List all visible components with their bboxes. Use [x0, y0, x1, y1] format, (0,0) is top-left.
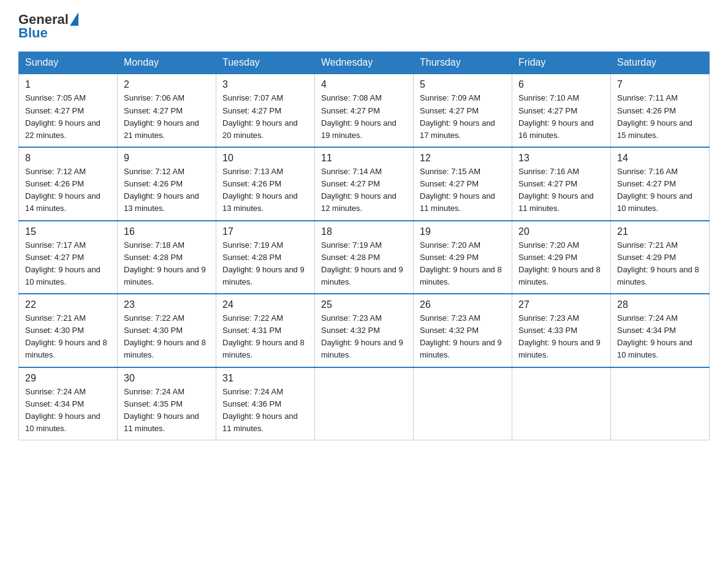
day-info: Sunrise: 7:17 AMSunset: 4:27 PMDaylight:…: [25, 240, 100, 286]
day-number: 25: [321, 299, 407, 310]
week-row-5: 29 Sunrise: 7:24 AMSunset: 4:34 PMDaylig…: [19, 367, 710, 440]
calendar-cell: [414, 367, 512, 440]
calendar-cell: [315, 367, 414, 440]
calendar-table: SundayMondayTuesdayWednesdayThursdayFrid…: [18, 52, 710, 440]
day-info: Sunrise: 7:15 AMSunset: 4:27 PMDaylight:…: [420, 167, 495, 213]
calendar-cell: [611, 367, 710, 440]
calendar-cell: 4 Sunrise: 7:08 AMSunset: 4:27 PMDayligh…: [315, 74, 414, 147]
day-number: 19: [420, 226, 506, 237]
calendar-cell: 25 Sunrise: 7:23 AMSunset: 4:32 PMDaylig…: [315, 294, 414, 367]
calendar-cell: 18 Sunrise: 7:19 AMSunset: 4:28 PMDaylig…: [315, 221, 414, 294]
day-info: Sunrise: 7:10 AMSunset: 4:27 PMDaylight:…: [518, 93, 594, 139]
day-info: Sunrise: 7:24 AMSunset: 4:34 PMDaylight:…: [25, 387, 100, 433]
day-number: 4: [321, 79, 407, 90]
day-number: 24: [222, 299, 308, 310]
day-number: 13: [518, 153, 604, 164]
day-info: Sunrise: 7:24 AMSunset: 4:34 PMDaylight:…: [617, 313, 692, 359]
calendar-cell: 6 Sunrise: 7:10 AMSunset: 4:27 PMDayligh…: [512, 74, 611, 147]
week-row-2: 8 Sunrise: 7:12 AMSunset: 4:26 PMDayligh…: [19, 147, 710, 221]
calendar-cell: 21 Sunrise: 7:21 AMSunset: 4:29 PMDaylig…: [611, 221, 710, 294]
calendar-cell: 28 Sunrise: 7:24 AMSunset: 4:34 PMDaylig…: [611, 294, 710, 367]
day-info: Sunrise: 7:12 AMSunset: 4:26 PMDaylight:…: [124, 167, 199, 213]
calendar-cell: 16 Sunrise: 7:18 AMSunset: 4:28 PMDaylig…: [118, 221, 216, 294]
day-info: Sunrise: 7:24 AMSunset: 4:36 PMDaylight:…: [222, 387, 298, 433]
calendar-cell: 27 Sunrise: 7:23 AMSunset: 4:33 PMDaylig…: [512, 294, 611, 367]
day-number: 10: [222, 153, 308, 164]
header-sunday: Sunday: [19, 52, 118, 74]
calendar-cell: 23 Sunrise: 7:22 AMSunset: 4:30 PMDaylig…: [118, 294, 216, 367]
header-tuesday: Tuesday: [216, 52, 315, 74]
day-info: Sunrise: 7:22 AMSunset: 4:31 PMDaylight:…: [222, 313, 305, 359]
day-number: 6: [518, 79, 604, 90]
day-info: Sunrise: 7:23 AMSunset: 4:33 PMDaylight:…: [518, 313, 601, 359]
calendar-cell: 5 Sunrise: 7:09 AMSunset: 4:27 PMDayligh…: [414, 74, 512, 147]
calendar-cell: 12 Sunrise: 7:15 AMSunset: 4:27 PMDaylig…: [414, 147, 512, 221]
day-info: Sunrise: 7:21 AMSunset: 4:30 PMDaylight:…: [25, 313, 107, 359]
calendar-cell: 3 Sunrise: 7:07 AMSunset: 4:27 PMDayligh…: [216, 74, 315, 147]
day-info: Sunrise: 7:07 AMSunset: 4:27 PMDaylight:…: [222, 93, 298, 139]
day-info: Sunrise: 7:13 AMSunset: 4:26 PMDaylight:…: [222, 167, 298, 213]
header-thursday: Thursday: [414, 52, 512, 74]
day-info: Sunrise: 7:23 AMSunset: 4:32 PMDaylight:…: [420, 313, 502, 359]
calendar-cell: 19 Sunrise: 7:20 AMSunset: 4:29 PMDaylig…: [414, 221, 512, 294]
calendar-cell: 20 Sunrise: 7:20 AMSunset: 4:29 PMDaylig…: [512, 221, 611, 294]
calendar-cell: 15 Sunrise: 7:17 AMSunset: 4:27 PMDaylig…: [19, 221, 118, 294]
calendar-header-row: SundayMondayTuesdayWednesdayThursdayFrid…: [19, 52, 710, 74]
day-number: 15: [25, 226, 111, 237]
day-number: 30: [124, 373, 210, 384]
week-row-1: 1 Sunrise: 7:05 AMSunset: 4:27 PMDayligh…: [19, 74, 710, 147]
day-info: Sunrise: 7:14 AMSunset: 4:27 PMDaylight:…: [321, 167, 396, 213]
header-wednesday: Wednesday: [315, 52, 414, 74]
day-info: Sunrise: 7:18 AMSunset: 4:28 PMDaylight:…: [124, 240, 206, 286]
calendar-cell: 9 Sunrise: 7:12 AMSunset: 4:26 PMDayligh…: [118, 147, 216, 221]
calendar-cell: 14 Sunrise: 7:16 AMSunset: 4:27 PMDaylig…: [611, 147, 710, 221]
day-number: 20: [518, 226, 604, 237]
day-number: 22: [25, 299, 111, 310]
day-info: Sunrise: 7:05 AMSunset: 4:27 PMDaylight:…: [25, 93, 100, 139]
day-number: 2: [124, 79, 210, 90]
calendar-cell: 8 Sunrise: 7:12 AMSunset: 4:26 PMDayligh…: [19, 147, 118, 221]
day-number: 16: [124, 226, 210, 237]
day-number: 11: [321, 153, 407, 164]
day-number: 8: [25, 153, 111, 164]
day-number: 27: [518, 299, 604, 310]
header-monday: Monday: [118, 52, 216, 74]
calendar-cell: 29 Sunrise: 7:24 AMSunset: 4:34 PMDaylig…: [19, 367, 118, 440]
day-number: 26: [420, 299, 506, 310]
day-info: Sunrise: 7:19 AMSunset: 4:28 PMDaylight:…: [321, 240, 403, 286]
page-header: General Blue: [18, 12, 710, 40]
day-number: 7: [617, 79, 703, 90]
calendar-cell: 1 Sunrise: 7:05 AMSunset: 4:27 PMDayligh…: [19, 74, 118, 147]
day-info: Sunrise: 7:12 AMSunset: 4:26 PMDaylight:…: [25, 167, 100, 213]
day-info: Sunrise: 7:09 AMSunset: 4:27 PMDaylight:…: [420, 93, 495, 139]
day-info: Sunrise: 7:21 AMSunset: 4:29 PMDaylight:…: [617, 240, 699, 286]
calendar-cell: 26 Sunrise: 7:23 AMSunset: 4:32 PMDaylig…: [414, 294, 512, 367]
week-row-3: 15 Sunrise: 7:17 AMSunset: 4:27 PMDaylig…: [19, 221, 710, 294]
day-number: 9: [124, 153, 210, 164]
logo-text-blue: Blue: [18, 26, 48, 40]
day-number: 1: [25, 79, 111, 90]
logo: General Blue: [18, 12, 78, 40]
calendar-cell: [512, 367, 611, 440]
day-number: 18: [321, 226, 407, 237]
day-info: Sunrise: 7:19 AMSunset: 4:28 PMDaylight:…: [222, 240, 305, 286]
calendar-cell: 13 Sunrise: 7:16 AMSunset: 4:27 PMDaylig…: [512, 147, 611, 221]
day-info: Sunrise: 7:16 AMSunset: 4:27 PMDaylight:…: [617, 167, 692, 213]
day-number: 14: [617, 153, 703, 164]
day-number: 28: [617, 299, 703, 310]
calendar-cell: 22 Sunrise: 7:21 AMSunset: 4:30 PMDaylig…: [19, 294, 118, 367]
day-number: 23: [124, 299, 210, 310]
logo-triangle-icon: [70, 12, 78, 26]
day-number: 12: [420, 153, 506, 164]
day-info: Sunrise: 7:11 AMSunset: 4:26 PMDaylight:…: [617, 93, 692, 139]
day-info: Sunrise: 7:20 AMSunset: 4:29 PMDaylight:…: [518, 240, 601, 286]
calendar-cell: 2 Sunrise: 7:06 AMSunset: 4:27 PMDayligh…: [118, 74, 216, 147]
day-number: 31: [222, 373, 308, 384]
calendar-cell: 10 Sunrise: 7:13 AMSunset: 4:26 PMDaylig…: [216, 147, 315, 221]
day-number: 3: [222, 79, 308, 90]
calendar-cell: 17 Sunrise: 7:19 AMSunset: 4:28 PMDaylig…: [216, 221, 315, 294]
day-info: Sunrise: 7:24 AMSunset: 4:35 PMDaylight:…: [124, 387, 199, 433]
day-info: Sunrise: 7:16 AMSunset: 4:27 PMDaylight:…: [518, 167, 594, 213]
header-friday: Friday: [512, 52, 611, 74]
calendar-cell: 31 Sunrise: 7:24 AMSunset: 4:36 PMDaylig…: [216, 367, 315, 440]
